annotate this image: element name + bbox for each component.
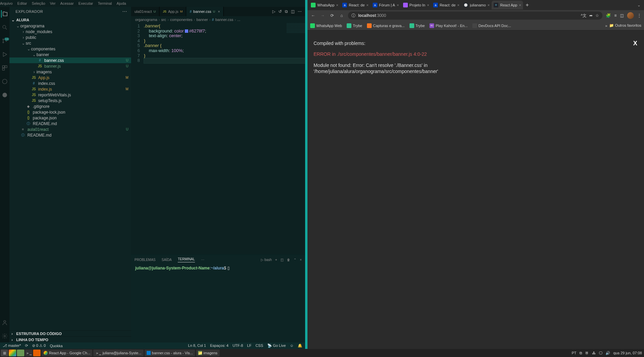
home-button[interactable]: ⌂ xyxy=(339,13,345,19)
tray-network-icon[interactable]: 🖧 xyxy=(592,351,596,355)
bookmark-overflow-icon[interactable]: » xyxy=(605,24,607,28)
menu-terminal[interactable]: Terminal xyxy=(98,1,112,5)
status-encoding[interactable]: UTF-8 xyxy=(232,343,243,348)
bookmark-1[interactable]: Trybe xyxy=(347,23,362,28)
extensions-icon[interactable] xyxy=(1,64,8,72)
file-index-css[interactable]: #index.css xyxy=(9,80,131,86)
files-launcher-icon[interactable] xyxy=(17,350,24,356)
status-sync[interactable]: ⟳ xyxy=(25,343,28,348)
panel-more-icon[interactable]: ⋯ xyxy=(201,258,204,262)
reading-list-icon[interactable]: ≡ xyxy=(614,13,617,18)
side-panel-icon[interactable]: ◫ xyxy=(620,13,624,18)
bookmark-4[interactable]: K!Play Kahoot! - En... xyxy=(429,23,468,28)
more-actions-icon[interactable]: ⋯ xyxy=(298,9,302,14)
browser-tab-3[interactable]: Projeto In× xyxy=(401,1,431,9)
status-branch[interactable]: ⎇ master* xyxy=(3,343,21,348)
taskbar-task-3[interactable]: 📁imagens xyxy=(196,350,220,356)
file-app-js[interactable]: JSApp.jsM xyxy=(9,75,131,80)
file-gitignore[interactable]: ◆.gitignore xyxy=(9,103,131,109)
folder-imagens[interactable]: ›imagens xyxy=(9,69,131,75)
chrome-launcher-icon[interactable] xyxy=(9,350,16,356)
show-apps-icon[interactable]: ⊞ xyxy=(1,350,8,356)
status-bell-icon[interactable]: 🔔 xyxy=(298,343,302,348)
outline-header[interactable]: ›ESTRUTURA DO CÓDIGO xyxy=(9,330,131,336)
profile-avatar[interactable] xyxy=(627,12,634,19)
bookmark-3[interactable]: Trybe xyxy=(410,23,425,28)
file-package-json[interactable]: {}package.json xyxy=(9,115,131,121)
panel-tab-problemas[interactable]: PROBLEMAS xyxy=(134,258,155,262)
folder-banner[interactable]: ⌄banner xyxy=(9,52,131,57)
status-quokka[interactable]: Quokka xyxy=(50,344,63,348)
source-control-icon[interactable]: 13 xyxy=(1,37,8,45)
panel-tab-terminal[interactable]: TERMINAL xyxy=(178,257,195,262)
back-button[interactable]: ← xyxy=(310,13,316,19)
minimap[interactable] xyxy=(287,23,305,57)
star-icon[interactable]: ☆ xyxy=(595,13,599,18)
taskbar-task-0[interactable]: React App - Google Ch... xyxy=(42,350,92,356)
tab-app-js[interactable]: JSApp.jsM xyxy=(159,7,187,16)
breadcrumb[interactable]: organograma› src› componentes› banner› #… xyxy=(131,16,305,23)
taskbar-task-1[interactable]: ＞_juliana@juliana-Syste... xyxy=(93,350,143,356)
menu-ajuda[interactable]: Ajuda xyxy=(117,1,126,5)
accounts-icon[interactable] xyxy=(1,319,8,326)
folder-node-modules[interactable]: ›node_modules xyxy=(9,29,131,34)
close-panel-icon[interactable]: × xyxy=(300,258,302,262)
folder-root-header[interactable]: ⌄ALURA xyxy=(9,17,131,23)
address-bar[interactable]: ⓘ localhost:3000 ᴬ文 ➦ ☆ xyxy=(348,11,602,20)
tab-banner-css[interactable]: #banner.cssU× xyxy=(186,7,224,16)
taskbar-task-2[interactable]: banner.css - alura - Vis... xyxy=(145,350,195,356)
extensions-puzzle-icon[interactable]: 🧩 xyxy=(606,13,611,18)
file-package-lock[interactable]: {}package-lock.json xyxy=(9,109,131,115)
menu-ver[interactable]: Ver xyxy=(50,1,56,5)
reload-button[interactable]: ⟳ xyxy=(329,13,335,19)
live-share-icon[interactable] xyxy=(1,78,8,85)
close-tab-icon[interactable]: × xyxy=(218,9,220,14)
search-icon[interactable] xyxy=(1,24,8,31)
file-reportwebvitals[interactable]: JSreportWebVitals.js xyxy=(9,92,131,98)
folder-componentes[interactable]: ⌄componentes xyxy=(9,46,131,52)
code-editor[interactable]: 12345678 .banner{ background: color #627… xyxy=(131,23,305,255)
tab-aula01react[interactable]: ula01reactU xyxy=(131,7,159,16)
browser-tab-0[interactable]: WhatsApp× xyxy=(309,1,340,9)
split-editor-icon[interactable]: ◫ xyxy=(291,9,295,14)
site-info-icon[interactable]: ⓘ xyxy=(351,13,355,19)
browser-tab-4[interactable]: aReact: de× xyxy=(431,1,462,9)
menu-editar[interactable]: Editar xyxy=(17,1,27,5)
tray-lang[interactable]: PT xyxy=(572,351,576,355)
share-icon[interactable]: ➦ xyxy=(589,13,593,18)
terminal-body[interactable]: juliana@juliana-System-Product-Name:~/al… xyxy=(131,264,305,342)
pane-divider[interactable] xyxy=(305,0,307,349)
diff-icon[interactable]: ⧉ xyxy=(285,9,288,14)
tray-volume-icon[interactable]: 🔊 xyxy=(605,351,610,355)
error-close-button[interactable]: X xyxy=(633,40,637,47)
folder-public[interactable]: ›public xyxy=(9,34,131,40)
file-aula01react[interactable]: ≡aula01reactU xyxy=(9,126,131,132)
menu-acessar[interactable]: Acessar xyxy=(60,1,74,5)
file-banner-css[interactable]: #banner.cssU xyxy=(9,57,131,63)
browser-tab-5[interactable]: ⚪julianamo× xyxy=(462,1,492,9)
run-icon[interactable]: ▷ xyxy=(272,9,275,14)
trash-terminal-icon[interactable]: 🗑 xyxy=(287,258,290,262)
new-tab-button[interactable]: + xyxy=(523,2,531,8)
tab-list-button[interactable]: ⌄ xyxy=(634,3,644,7)
status-problems[interactable]: ⊘ 0 ⚠ 0 xyxy=(32,343,46,348)
timeline-header[interactable]: ›LINHA DO TEMPO xyxy=(9,336,131,342)
terminal-launcher-icon[interactable]: ＞_ xyxy=(25,350,32,356)
menu-executar[interactable]: Executar xyxy=(78,1,93,5)
file-index-js[interactable]: JSindex.jsM xyxy=(9,86,131,92)
status-eol[interactable]: LF xyxy=(247,343,251,348)
menu-selecao[interactable]: Seleção xyxy=(32,1,45,5)
status-golive[interactable]: 📡 Go Live xyxy=(267,343,286,348)
file-setuptests[interactable]: JSsetupTests.js xyxy=(9,98,131,103)
folder-src[interactable]: ⌄src xyxy=(9,40,131,46)
tray-shield-icon[interactable]: ⛨ xyxy=(585,351,589,355)
tray-display-icon[interactable]: 🖵 xyxy=(599,351,602,355)
new-terminal-icon[interactable]: + xyxy=(275,258,277,262)
status-feedback-icon[interactable]: ☺ xyxy=(290,343,294,348)
panel-tab-saida[interactable]: SAÍDA xyxy=(162,258,172,262)
menu-arquivo[interactable]: Arquivo xyxy=(0,1,13,5)
tray-clock[interactable]: qua 29 jun, 07:08 xyxy=(613,351,642,355)
explorer-icon[interactable] xyxy=(1,10,8,18)
github-icon[interactable] xyxy=(1,91,8,99)
shell-selector[interactable]: ▷ bash xyxy=(261,258,272,262)
